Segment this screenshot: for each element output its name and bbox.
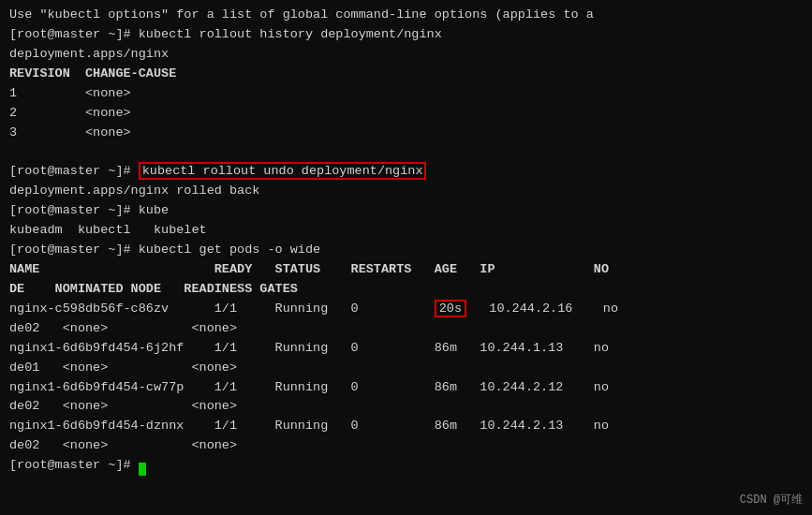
line-8: deployment.apps/nginx rolled back <box>9 182 803 201</box>
line-9: [root@master ~]# kube <box>9 201 803 221</box>
line-revision-3: 3 <none> <box>9 124 803 143</box>
pod-row-1: nginx-c598db56f-c86zv 1/1 Running 0 20s … <box>9 300 803 319</box>
final-prompt-line: [root@master ~]# <box>9 456 803 476</box>
pod-row-4: nginx1-6d6b9fd454-dznnx 1/1 Running 0 86… <box>9 417 803 436</box>
terminal-window: Use "kubectl options" for a list of glob… <box>0 0 812 515</box>
watermark: CSDN @可维 <box>740 492 803 508</box>
line-3: deployment.apps/nginx <box>9 45 803 65</box>
pod-row-2-node: de01 <none> <none> <box>9 359 803 378</box>
line-11: [root@master ~]# kubectl get pods -o wid… <box>9 241 803 260</box>
pod-row-2: nginx1-6d6b9fd454-6j2hf 1/1 Running 0 86… <box>9 339 803 359</box>
line-4-header: REVISION CHANGE-CAUSE <box>9 65 803 84</box>
pod-age-highlight: 20s <box>435 300 466 317</box>
pod-row-1-node: de02 <none> <none> <box>9 319 803 339</box>
pod-row-3-node: de02 <none> <none> <box>9 397 803 417</box>
blank-line <box>9 142 803 162</box>
line-2: [root@master ~]# kubectl rollout history… <box>9 25 803 45</box>
terminal-cursor <box>139 463 146 476</box>
table-header-1: NAME READY STATUS RESTARTS AGE IP NO <box>9 260 803 280</box>
line-revision-1: 1 <none> <box>9 84 803 104</box>
pod-row-4-node: de02 <none> <none> <box>9 436 803 456</box>
line-revision-2: 2 <none> <box>9 104 803 124</box>
highlighted-command-text: kubectl rollout undo deployment/nginx <box>139 162 427 180</box>
line-1: Use "kubectl options" for a list of glob… <box>9 6 803 25</box>
pod-row-3: nginx1-6d6b9fd454-cw77p 1/1 Running 0 86… <box>9 378 803 398</box>
line-10: kubeadm kubectl kubelet <box>9 221 803 241</box>
table-header-2: DE NOMINATED NODE READINESS GATES <box>9 280 803 300</box>
line-highlighted-command: [root@master ~]# kubectl rollout undo de… <box>9 162 803 182</box>
prompt-prefix: [root@master ~]# <box>9 164 139 178</box>
